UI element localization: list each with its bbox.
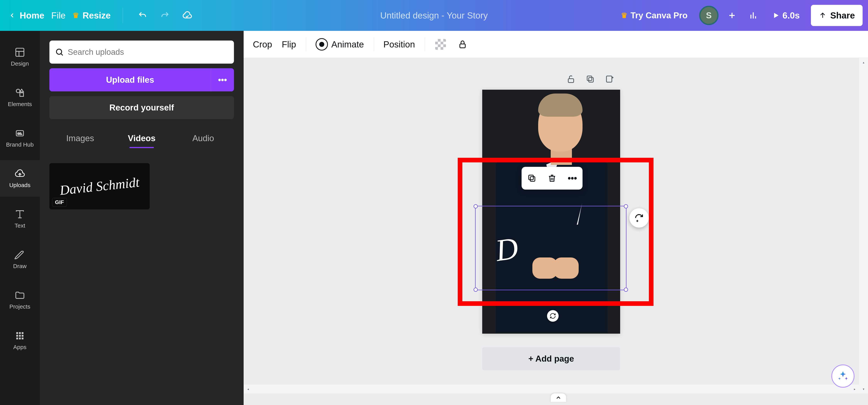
page-duplicate-button[interactable]: [585, 73, 596, 85]
search-bar[interactable]: [50, 40, 234, 64]
animate-label: Animate: [331, 39, 364, 50]
floating-toolbar: •••: [522, 167, 583, 190]
rotate-icon: [550, 313, 556, 319]
svg-point-27: [57, 49, 62, 54]
rail-label: Uploads: [9, 182, 30, 188]
duplicate-icon: [527, 174, 536, 183]
delete-button[interactable]: [545, 171, 559, 185]
upload-files-button[interactable]: Upload files: [50, 68, 211, 91]
left-rail: Design Elements co. Brand Hub Uploads Te…: [0, 31, 40, 405]
resize-handle[interactable]: [473, 287, 478, 292]
add-page-button[interactable]: + Add page: [482, 347, 620, 370]
svg-point-10: [16, 89, 20, 93]
preview-duration-button[interactable]: 6.0s: [767, 6, 805, 25]
resize-handle[interactable]: [624, 287, 628, 292]
tab-audio[interactable]: Audio: [173, 129, 234, 148]
signature-preview: David Schmidt: [59, 175, 140, 198]
crop-button[interactable]: Crop: [253, 39, 272, 50]
resize-button[interactable]: ♛ Resize: [72, 10, 111, 21]
plus-icon: [727, 11, 737, 20]
position-button[interactable]: Position: [383, 39, 415, 50]
play-icon: [772, 11, 780, 19]
rail-apps[interactable]: Apps: [0, 322, 40, 359]
person-hair: [538, 94, 583, 117]
redo-button[interactable]: [157, 8, 173, 23]
home-label: Home: [20, 10, 44, 21]
home-button[interactable]: Home: [8, 10, 44, 21]
undo-button[interactable]: [135, 8, 150, 23]
insights-button[interactable]: [745, 8, 761, 23]
ellipsis-icon: •••: [568, 173, 577, 183]
page-add-button[interactable]: [604, 73, 615, 85]
lock-button[interactable]: [456, 38, 469, 51]
avatar[interactable]: S: [699, 6, 718, 25]
more-button[interactable]: •••: [565, 171, 579, 185]
avatar-initial: S: [706, 10, 712, 20]
try-pro-button[interactable]: ♛ Try Canva Pro: [615, 6, 693, 25]
rail-elements[interactable]: Elements: [0, 79, 40, 116]
tab-videos[interactable]: Videos: [111, 129, 173, 148]
context-toolbar: Crop Flip Animate Position: [244, 31, 868, 58]
resize-handle[interactable]: [473, 204, 478, 209]
rail-brand-hub[interactable]: co. Brand Hub: [0, 120, 40, 156]
add-member-button[interactable]: [724, 8, 740, 23]
chevron-up-icon: [555, 395, 562, 401]
resize-handle[interactable]: [624, 204, 628, 209]
flip-label: Flip: [282, 39, 296, 50]
canvas-signature[interactable]: D: [493, 230, 520, 269]
rail-design[interactable]: Design: [0, 38, 40, 75]
magic-button[interactable]: [831, 365, 855, 387]
add-page-icon: [605, 74, 614, 84]
upload-thumbnail[interactable]: David Schmidt GIF: [50, 163, 150, 210]
search-input[interactable]: [68, 48, 228, 57]
svg-rect-37: [529, 175, 533, 180]
scroll-right-button[interactable]: ▸: [850, 384, 859, 394]
ai-write-button[interactable]: [629, 208, 649, 227]
timeline-expand-button[interactable]: [551, 394, 566, 402]
cloud-upload-icon: [14, 168, 25, 179]
vertical-scrollbar[interactable]: ▴ ▾: [859, 58, 868, 394]
page-tools: [565, 73, 615, 85]
transparency-button[interactable]: [434, 38, 447, 51]
cloud-status-button[interactable]: [180, 8, 195, 23]
scroll-left-button[interactable]: ◂: [244, 384, 252, 394]
duplicate-button[interactable]: [525, 171, 539, 185]
rail-projects[interactable]: Projects: [0, 282, 40, 318]
page-unlock-button[interactable]: [565, 73, 577, 85]
upload-label: Upload files: [106, 75, 154, 85]
gif-badge: GIF: [52, 198, 67, 207]
record-yourself-button[interactable]: Record yourself: [50, 96, 234, 119]
add-page-label: + Add page: [528, 354, 574, 364]
search-icon: [55, 48, 64, 57]
document-title-text: Untitled design - Your Story: [380, 10, 488, 21]
svg-text:co.: co.: [18, 131, 22, 135]
sparkle-refresh-icon: [634, 213, 644, 223]
flip-button[interactable]: Flip: [282, 39, 296, 50]
svg-rect-20: [22, 332, 23, 334]
svg-rect-23: [22, 335, 23, 337]
upload-more-button[interactable]: •••: [211, 68, 234, 91]
file-label: File: [51, 10, 66, 21]
file-menu[interactable]: File: [51, 10, 66, 21]
rail-label: Apps: [13, 344, 26, 350]
rotate-handle[interactable]: [547, 310, 559, 322]
svg-line-28: [61, 54, 63, 56]
tab-label: Images: [66, 133, 94, 143]
svg-marker-12: [20, 89, 24, 92]
scroll-up-button[interactable]: ▴: [859, 58, 868, 67]
svg-rect-32: [587, 76, 592, 81]
tab-images[interactable]: Images: [50, 129, 111, 148]
svg-rect-25: [19, 338, 21, 339]
rail-text[interactable]: Text: [0, 200, 40, 237]
animate-button[interactable]: Animate: [316, 38, 364, 51]
rail-uploads[interactable]: Uploads: [0, 160, 40, 197]
document-title[interactable]: Untitled design - Your Story: [380, 10, 488, 21]
separator: [425, 37, 425, 51]
animate-icon: [316, 38, 328, 51]
tab-label: Videos: [128, 133, 155, 143]
rail-draw[interactable]: Draw: [0, 241, 40, 278]
tab-label: Audio: [192, 133, 214, 143]
scroll-down-button[interactable]: ▾: [859, 384, 868, 394]
horizontal-scrollbar[interactable]: ◂ ▸: [244, 384, 859, 394]
share-button[interactable]: Share: [811, 5, 863, 26]
